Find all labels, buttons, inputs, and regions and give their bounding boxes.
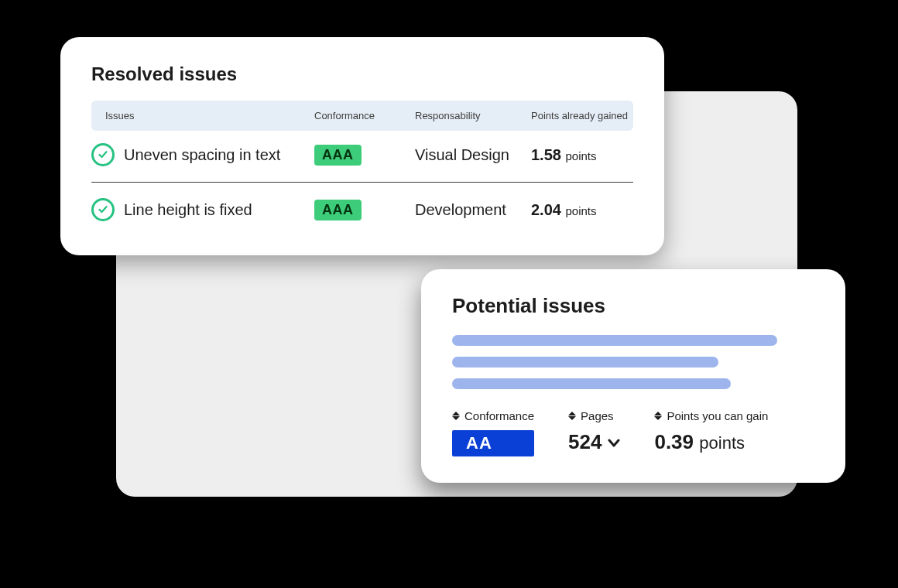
points-gained: 1.58 points (531, 146, 632, 164)
points-gained: 2.04 points (531, 201, 632, 219)
pages-column: Pages 524 (568, 409, 620, 456)
points-gain-label: Points you can gain (667, 409, 768, 422)
sort-icon (452, 411, 460, 422)
conformance-sort[interactable]: Conformance (452, 409, 534, 422)
check-circle-icon (91, 198, 115, 221)
resolved-issues-card: Resolved issues Issues Conformance Respo… (60, 37, 664, 255)
conformance-label: Conformance (464, 409, 534, 422)
pages-dropdown[interactable]: 524 (568, 430, 620, 454)
pages-label: Pages (581, 409, 614, 422)
responsability-value: Visual Design (415, 146, 509, 163)
potential-title: Potential issues (452, 294, 814, 318)
pages-sort[interactable]: Pages (568, 409, 620, 422)
placeholder-line (452, 357, 718, 368)
pages-value: 524 (568, 430, 602, 454)
table-header-row: Issues Conformance Responsability Points… (91, 101, 633, 131)
table-row[interactable]: Line height is fixed AAA Development 2.0… (91, 186, 633, 234)
placeholder-line (452, 378, 731, 389)
issue-name: Uneven spacing in text (124, 146, 280, 164)
check-circle-icon (91, 143, 115, 166)
points-gain-column: Points you can gain 0.39 points (654, 409, 768, 456)
points-gain-value: 0.39 points (654, 430, 768, 454)
header-issues: Issues (105, 110, 314, 121)
conformance-badge-aaa: AAA (314, 145, 362, 166)
resolved-title: Resolved issues (91, 63, 633, 85)
table-row[interactable]: Uneven spacing in text AAA Visual Design… (91, 131, 633, 179)
resolved-table: Issues Conformance Responsability Points… (91, 101, 633, 234)
header-points: Points already gained (531, 110, 632, 121)
chevron-down-icon (608, 436, 620, 449)
row-divider (91, 182, 633, 183)
conformance-badge-aaa: AAA (314, 200, 362, 220)
placeholder-lines (452, 335, 814, 389)
placeholder-line (452, 335, 777, 346)
responsability-value: Development (415, 201, 506, 218)
conformance-column: Conformance AA (452, 409, 534, 456)
issue-name: Line height is fixed (124, 201, 252, 219)
conformance-badge-aa: AA (452, 430, 534, 456)
sort-icon (654, 411, 662, 422)
points-gain-sort[interactable]: Points you can gain (654, 409, 768, 422)
sort-icon (568, 411, 576, 422)
header-conformance: Conformance (314, 110, 415, 121)
potential-issues-card: Potential issues Conformance AA Pages (421, 269, 845, 483)
header-responsability: Responsability (415, 110, 531, 121)
